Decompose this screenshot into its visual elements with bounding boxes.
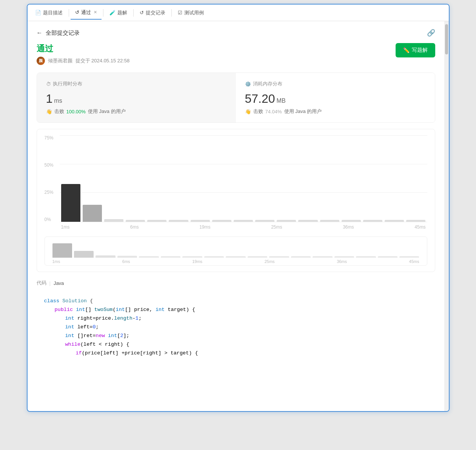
mem-beat-hand-icon: 👋 bbox=[245, 109, 251, 114]
mini-x-6ms: 6ms bbox=[122, 259, 130, 264]
chart-area: 75% 50% 25% 0% bbox=[37, 129, 435, 272]
tab-divider-4 bbox=[171, 9, 172, 17]
x-label-45ms: 45ms bbox=[414, 224, 425, 230]
chart-x-labels: 1ms 6ms 19ms 25ms 36ms 45ms bbox=[60, 222, 427, 230]
bar-s16 bbox=[385, 220, 404, 222]
time-beat: 👋 击败 100.00% 使用 Java 的用户 bbox=[46, 108, 227, 115]
back-title: 全部提交记录 bbox=[46, 29, 80, 37]
main-window: 📄 题目描述 ↺ 通过 ✕ 🧪 题解 ↺ 提交记录 ☑ 测试用例 ← bbox=[27, 4, 450, 412]
bar-s15 bbox=[363, 220, 382, 222]
bar-s9 bbox=[234, 220, 253, 222]
tab-history[interactable]: ↺ 提交记录 bbox=[135, 6, 170, 19]
tab-solution-label: 题解 bbox=[117, 9, 127, 16]
problem-icon: 📄 bbox=[35, 10, 41, 15]
mini-bar-5 bbox=[139, 256, 159, 258]
tab-divider-1 bbox=[69, 9, 69, 17]
mini-bar-12 bbox=[291, 256, 311, 258]
main-content: ← 全部提交记录 🔗 通过 颜 倾墨画君颜 提交于 2024.05.15 22:… bbox=[28, 21, 449, 411]
x-label-36ms: 36ms bbox=[343, 224, 354, 230]
back-nav: ← 全部提交记录 🔗 bbox=[37, 29, 435, 37]
code-line-2: public int[] twoSum(int[] price, int tar… bbox=[44, 306, 428, 314]
bar-s7 bbox=[191, 220, 210, 222]
result-left: 通过 颜 倾墨画君颜 提交于 2024.05.15 22:58 bbox=[37, 43, 130, 65]
chart-y-labels: 75% 50% 25% 0% bbox=[45, 135, 54, 222]
y-label-25: 25% bbox=[45, 190, 54, 195]
x-label-19ms: 19ms bbox=[199, 224, 210, 230]
mini-bar-16 bbox=[378, 256, 397, 258]
mini-bar-14 bbox=[334, 256, 354, 258]
mini-bar-10 bbox=[248, 256, 267, 258]
bar-s5 bbox=[147, 220, 166, 222]
mini-chart-x-labels: 1ms 6ms 19ms 25ms 36ms 45ms bbox=[45, 258, 427, 264]
mini-x-45ms: 45ms bbox=[409, 259, 419, 264]
scrollbar-thumb[interactable] bbox=[445, 24, 448, 54]
mini-bar-11 bbox=[269, 256, 289, 258]
chart-grid: 75% 50% 25% 0% bbox=[45, 135, 427, 234]
time-stat-card: ⏱ 执行用时分布 1ms 👋 击败 100.00% 使用 Java 的用户 bbox=[37, 73, 236, 122]
chart-bars bbox=[60, 135, 427, 222]
tab-problem[interactable]: 📄 题目描述 bbox=[31, 6, 67, 19]
write-solution-button[interactable]: ✏️ 写题解 bbox=[396, 43, 435, 57]
clock-icon: ⏱ bbox=[46, 81, 51, 87]
memory-beat-pct: 74.04% bbox=[265, 109, 282, 114]
mini-chart-bars bbox=[45, 241, 427, 258]
tab-solution[interactable]: 🧪 题解 bbox=[105, 6, 132, 19]
bar-s13 bbox=[320, 220, 339, 222]
y-label-0: 0% bbox=[45, 217, 54, 222]
code-line-3: int right=price.length-1; bbox=[44, 314, 428, 323]
x-label-25ms: 25ms bbox=[271, 224, 282, 230]
mini-chart: 1ms 6ms 19ms 25ms 36ms 45ms bbox=[45, 237, 427, 266]
bar-s12 bbox=[298, 220, 317, 222]
bar-s17 bbox=[406, 220, 425, 222]
mini-bar-15 bbox=[356, 256, 376, 258]
mini-bar-6 bbox=[161, 256, 180, 258]
code-line-5: int []ret=new int[2]; bbox=[44, 332, 428, 340]
testcase-icon: ☑ bbox=[178, 10, 182, 15]
tab-close-icon[interactable]: ✕ bbox=[94, 10, 97, 15]
result-status: 通过 bbox=[37, 43, 130, 54]
link-icon[interactable]: 🔗 bbox=[427, 29, 435, 37]
tab-testcase[interactable]: ☑ 测试用例 bbox=[173, 6, 208, 19]
memory-beat: 👋 击败 74.04% 使用 Java 的用户 bbox=[245, 108, 426, 115]
bar-s10 bbox=[255, 220, 274, 222]
write-pencil-icon: ✏️ bbox=[403, 47, 410, 53]
memory-stat-title: ⚙️ 消耗内存分布 bbox=[245, 80, 426, 87]
bar-1ms-dark bbox=[61, 184, 80, 222]
code-block: class Solution { public int[] twoSum(int… bbox=[37, 291, 435, 364]
tab-pass[interactable]: ↺ 通过 ✕ bbox=[71, 6, 102, 20]
bar-s14 bbox=[342, 220, 361, 222]
code-divider: | bbox=[49, 280, 51, 286]
bar-s11 bbox=[277, 220, 296, 222]
memory-stat-card: ⚙️ 消耗内存分布 57.20MB 👋 击败 74.04% 使用 Java 的用… bbox=[236, 73, 435, 122]
bar-s3 bbox=[104, 219, 123, 222]
mini-x-25ms: 25ms bbox=[265, 259, 275, 264]
solution-icon: 🧪 bbox=[109, 10, 116, 15]
pass-icon: ↺ bbox=[75, 9, 79, 15]
x-label-1ms: 1ms bbox=[61, 224, 70, 230]
code-label: 代码 bbox=[37, 280, 46, 286]
time-stat-value: 1ms bbox=[46, 92, 227, 106]
time-beat-pct: 100.00% bbox=[66, 109, 86, 114]
x-label-6ms: 6ms bbox=[130, 224, 139, 230]
tab-pass-label: 通过 bbox=[81, 9, 91, 16]
bar-s8 bbox=[212, 220, 231, 222]
mini-x-1ms: 1ms bbox=[52, 259, 60, 264]
mini-bar-3 bbox=[96, 255, 115, 258]
tab-divider-2 bbox=[103, 9, 103, 17]
tab-bar: 📄 题目描述 ↺ 通过 ✕ 🧪 题解 ↺ 提交记录 ☑ 测试用例 bbox=[28, 5, 449, 21]
mini-bar-13 bbox=[313, 256, 332, 258]
content-area: ← 全部提交记录 🔗 通过 颜 倾墨画君颜 提交于 2024.05.15 22:… bbox=[28, 21, 444, 411]
scrollbar-track[interactable] bbox=[444, 21, 449, 411]
back-arrow-icon[interactable]: ← bbox=[37, 29, 43, 36]
avatar: 颜 bbox=[37, 57, 45, 65]
avatar-initials: 颜 bbox=[39, 58, 43, 63]
write-btn-label: 写题解 bbox=[412, 47, 428, 54]
beat-hand-icon: 👋 bbox=[46, 109, 52, 114]
tab-divider-3 bbox=[133, 9, 134, 17]
result-meta: 颜 倾墨画君颜 提交于 2024.05.15 22:58 bbox=[37, 57, 130, 65]
mini-bar-4 bbox=[117, 256, 137, 258]
mini-bar-8 bbox=[204, 256, 224, 258]
memory-icon: ⚙️ bbox=[245, 81, 251, 87]
code-line-4: int left=0; bbox=[44, 323, 428, 332]
memory-stat-value: 57.20MB bbox=[245, 92, 426, 106]
